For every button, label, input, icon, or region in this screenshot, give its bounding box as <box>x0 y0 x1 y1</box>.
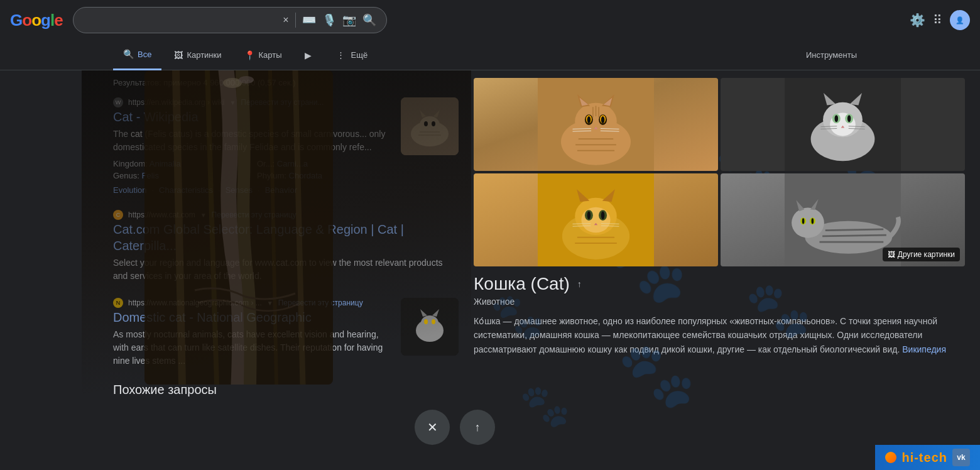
link-characteristics[interactable]: Characteristics <box>159 185 213 195</box>
tab-maps[interactable]: 📍 Карты <box>234 40 292 70</box>
tab-tools[interactable]: Инструменты <box>796 40 867 70</box>
close-button[interactable]: ✕ <box>415 410 450 445</box>
result-url: W https://en.wikipedia.org › wiki ▼ Пере… <box>113 97 391 107</box>
svg-point-74 <box>792 208 824 238</box>
search-bar: cat × ⌨️ 🎙️ 📷 🔍 <box>73 7 387 33</box>
phylum-link[interactable]: Chordata <box>289 171 322 180</box>
svg-point-64 <box>601 211 605 219</box>
result-with-thumbnail: N https://www.nationalgeographic.com › .… <box>113 298 459 368</box>
svg-point-49 <box>847 115 851 122</box>
keyboard-icon[interactable]: ⌨️ <box>302 13 316 27</box>
svg-line-81 <box>825 229 884 231</box>
avatar[interactable]: 👤 <box>950 10 970 30</box>
search-input[interactable]: cat <box>84 14 277 26</box>
svg-point-15 <box>432 319 435 324</box>
left-column: Результатов: примерно 4 960 000 000 (0,5… <box>0 70 459 470</box>
wiki-phylum: Phylum: Chordata <box>257 171 391 180</box>
wiki-links: Evolution · Characteristics · Senses · B… <box>113 185 391 195</box>
svg-point-6 <box>432 121 435 126</box>
tab-tools-label: Инструменты <box>806 50 857 60</box>
share-button[interactable]: ↑ <box>460 410 495 445</box>
result-content: W https://en.wikipedia.org › wiki ▼ Пере… <box>113 97 391 195</box>
order-link[interactable]: Carni...a <box>277 159 308 168</box>
cat-image-1[interactable] <box>474 78 718 171</box>
share-icon: ↑ <box>475 421 481 434</box>
hitech-label[interactable]: hi-tech <box>901 451 947 465</box>
entity-description: Ко́шка — домашнее животное, одно из наиб… <box>474 314 965 356</box>
link-evolution[interactable]: Evolution <box>113 185 146 195</box>
svg-point-27 <box>587 116 591 123</box>
header: Google cat × ⌨️ 🎙️ 📷 🔍 ⚙️ ⠿ 👤 <box>0 0 980 40</box>
floating-buttons: ✕ ↑ <box>415 410 495 445</box>
result-thumbnail[interactable] <box>401 298 459 356</box>
svg-point-2 <box>420 116 440 134</box>
vk-icon[interactable]: vk <box>952 449 970 466</box>
result-desc: Select your region and language for www.… <box>113 256 459 283</box>
similar-heading: Похожие запросы <box>113 383 459 397</box>
result-thumbnail[interactable] <box>401 97 459 155</box>
result-url: N https://www.nationalgeographic.com › .… <box>113 298 391 308</box>
settings-icon[interactable]: ⚙️ <box>910 13 925 28</box>
translate-link[interactable]: Перевести эту страницу <box>278 298 363 307</box>
svg-point-5 <box>424 121 428 126</box>
microphone-icon[interactable]: 🎙️ <box>322 13 336 27</box>
url-dropdown[interactable]: ▼ <box>229 99 236 106</box>
result-title[interactable]: Cat - Wikipedia <box>113 109 391 125</box>
video-icon: ▶ <box>305 50 312 60</box>
results-count: Результатов: примерно 4 960 000 000 (0,5… <box>113 78 459 87</box>
tab-all-label: Все <box>138 50 151 59</box>
header-right: ⚙️ ⠿ 👤 <box>910 10 970 30</box>
image-icon: 🖼 <box>888 250 895 259</box>
apps-icon[interactable]: ⠿ <box>933 13 942 28</box>
url-dropdown[interactable]: ▼ <box>267 300 273 307</box>
svg-point-11 <box>421 315 438 331</box>
thumb-image <box>401 298 459 356</box>
entity-share-button[interactable]: ↑ <box>577 279 582 289</box>
tab-video[interactable]: ▶ <box>295 40 322 70</box>
svg-point-28 <box>601 116 605 123</box>
wiki-kingdom: Kingdom: Animalia <box>113 159 247 168</box>
link-senses[interactable]: Senses <box>226 185 253 195</box>
hitech-badge: hi-tech vk <box>875 445 980 470</box>
clear-search-button[interactable]: × <box>283 14 288 26</box>
genus-link[interactable]: Felis <box>142 171 159 180</box>
url-dropdown[interactable]: ▼ <box>200 212 207 219</box>
tab-more-separator: ⋮ <box>337 50 345 60</box>
favicon: W <box>113 97 123 107</box>
search-bar-divider <box>295 13 296 28</box>
svg-point-48 <box>835 115 839 122</box>
other-images-label: Другие картинки <box>898 250 955 259</box>
wikipedia-source-link[interactable]: Википедия <box>902 344 946 354</box>
tab-images-label: Картинки <box>187 50 221 60</box>
entity-title: Кошка (Cat) <box>474 274 570 294</box>
wiki-order: Or...: Carni...a <box>257 159 391 168</box>
vk-label: vk <box>957 453 965 462</box>
result-url: C https://www.cat.com ▼ Перевести эту ст… <box>113 210 459 220</box>
link-behavior[interactable]: Behavior <box>265 185 297 195</box>
tab-more[interactable]: ⋮ Ещё <box>329 40 376 70</box>
tab-all[interactable]: 🔍 Все <box>113 40 161 70</box>
entity-subtitle: Животное <box>474 297 965 307</box>
svg-line-82 <box>822 235 886 236</box>
cat-image-4[interactable]: 🖼 Другие картинки <box>721 173 965 266</box>
translate-link[interactable]: Перевести эту страницу <box>212 210 297 219</box>
url-text: https://www.cat.com <box>128 210 195 219</box>
result-title[interactable]: Cat.com Global Selector: Language & Regi… <box>113 221 459 254</box>
kingdom-link[interactable]: Animalia <box>150 159 181 168</box>
all-icon: 🔍 <box>123 49 134 59</box>
result-title[interactable]: Domestic cat - National Geographic <box>113 309 391 325</box>
tab-more-label: Ещё <box>351 50 368 60</box>
tab-images[interactable]: 🖼 Картинки <box>164 40 231 70</box>
tab-maps-label: Карты <box>259 50 282 60</box>
google-logo: Google <box>10 11 63 30</box>
search-submit-icon[interactable]: 🔍 <box>362 13 376 27</box>
cat-image-2[interactable] <box>721 78 965 171</box>
cat-image-3[interactable] <box>474 173 718 266</box>
wiki-genus: Genus: Felis <box>113 171 247 180</box>
result-content: N https://www.nationalgeographic.com › .… <box>113 298 391 368</box>
cat-images-grid: 🖼 Другие картинки <box>474 78 965 266</box>
translate-link[interactable]: Перевести эту страни... <box>241 98 324 107</box>
other-images-button[interactable]: 🖼 Другие картинки <box>883 248 960 261</box>
right-panel: 🖼 Другие картинки Кошка (Cat) ↑ Животное… <box>459 70 980 470</box>
camera-search-icon[interactable]: 📷 <box>342 13 356 27</box>
